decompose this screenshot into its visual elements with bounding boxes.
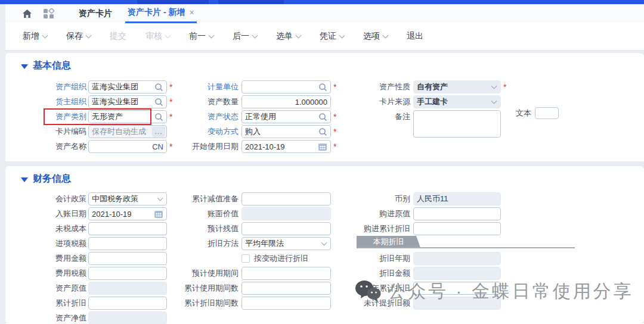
card-code-input[interactable]: 保存时自动生成 ... bbox=[88, 125, 167, 138]
entry-date-input[interactable]: 2021-10-19 bbox=[88, 207, 167, 220]
search-icon[interactable] bbox=[154, 98, 163, 107]
search-icon[interactable] bbox=[318, 113, 327, 122]
asset-status-input[interactable]: 正常使用 bbox=[242, 110, 331, 123]
calendar-icon[interactable] bbox=[154, 210, 163, 219]
asset-name-input[interactable]: CN bbox=[88, 140, 167, 153]
input-tax-label: 进项税额 bbox=[5, 237, 86, 250]
basic-info-header[interactable]: 基本信息 bbox=[21, 60, 71, 72]
asset-org-label: 资产组织 bbox=[5, 80, 86, 94]
card-source-row: 卡片来源 手工建卡 bbox=[345, 95, 501, 108]
depreciated-periods-input[interactable] bbox=[242, 297, 331, 310]
accounting-policy-select[interactable]: 中国税务政策 bbox=[88, 192, 167, 205]
undepreciated-amount-label: 未计提折旧额 bbox=[345, 297, 410, 310]
current-depreciation-tab[interactable]: 本期折旧 bbox=[357, 236, 420, 248]
expense-tax-input[interactable] bbox=[88, 267, 167, 280]
chevron-down-icon bbox=[491, 98, 497, 104]
chevron-down-icon bbox=[383, 32, 389, 38]
accum-depreciation-input[interactable] bbox=[88, 297, 167, 310]
purchase-accum-depr-label: 购进累计折旧 bbox=[345, 222, 410, 235]
change-mode-input[interactable]: 购入 bbox=[242, 125, 331, 138]
calendar-icon[interactable] bbox=[318, 142, 327, 151]
chevron-down-icon bbox=[321, 240, 327, 246]
expected-periods-input[interactable] bbox=[242, 267, 331, 280]
book-value-label: 账面价值 bbox=[172, 207, 239, 220]
next-button[interactable]: 后一 bbox=[233, 31, 257, 42]
owner-org-row: 货主组织 蓝海实业集团 * bbox=[5, 95, 172, 108]
ytd-depreciation-input[interactable] bbox=[413, 282, 501, 295]
start-use-date-input[interactable]: 2021-10-19 bbox=[242, 140, 331, 153]
used-periods-input[interactable] bbox=[242, 282, 331, 295]
collapse-triangle-icon bbox=[21, 177, 28, 182]
search-icon[interactable] bbox=[154, 113, 163, 122]
tab-asset-card[interactable]: 资产卡片 bbox=[79, 8, 112, 19]
depreciated-periods-label: 累计折旧期间数 bbox=[172, 297, 239, 310]
asset-nature-select[interactable]: 自有资产 bbox=[413, 80, 501, 94]
purchase-value-row: 购进原值 bbox=[345, 207, 501, 220]
search-icon[interactable] bbox=[318, 127, 327, 136]
depr-amount-input bbox=[413, 267, 501, 280]
owner-org-input[interactable]: 蓝海实业集团 bbox=[88, 95, 167, 108]
asset-category-input[interactable]: 无形资产 bbox=[88, 110, 167, 123]
net-value-input bbox=[88, 311, 167, 324]
finance-info-header[interactable]: 财务信息 bbox=[21, 173, 71, 185]
depreciation-method-select[interactable]: 平均年限法 bbox=[242, 237, 331, 250]
purchase-value-label: 购进原值 bbox=[345, 207, 410, 220]
text-field-label: 文本 bbox=[516, 107, 531, 120]
home-icon[interactable] bbox=[22, 9, 32, 18]
remark-label: 备注 bbox=[345, 110, 410, 123]
net-value-row: 资产净值 bbox=[5, 311, 167, 324]
asset-org-input[interactable]: 蓝海实业集团 bbox=[88, 80, 167, 94]
expense-amount-label: 费用金额 bbox=[5, 252, 86, 265]
card-code-row: 卡片编码 保存时自动生成 ... bbox=[5, 125, 167, 138]
save-button[interactable]: 保存 bbox=[66, 31, 91, 42]
chevron-down-icon bbox=[209, 32, 215, 38]
chevron-down-icon bbox=[86, 32, 92, 38]
search-icon[interactable] bbox=[154, 83, 163, 92]
asset-name-label: 资产名称 bbox=[5, 140, 86, 153]
depreciate-on-change-checkbox[interactable] bbox=[242, 254, 250, 263]
close-icon[interactable]: × bbox=[189, 8, 194, 17]
impairment-input[interactable] bbox=[242, 192, 331, 205]
chevron-down-icon bbox=[42, 32, 48, 38]
text-field-input[interactable] bbox=[535, 107, 559, 119]
residual-value-row: 预计残值 bbox=[172, 222, 331, 235]
change-mode-label: 变动方式 bbox=[172, 125, 239, 138]
depr-year-period-label: 折旧年期 bbox=[345, 252, 410, 265]
unit-input[interactable] bbox=[242, 80, 331, 94]
app-launcher-icon[interactable] bbox=[43, 8, 55, 19]
content-area: 基本信息 资产组织 蓝海实业集团 * 货主组织 蓝海实业集团 bbox=[5, 51, 644, 323]
input-tax-input[interactable] bbox=[88, 237, 167, 250]
book-value-row: 账面价值 bbox=[172, 207, 331, 220]
asset-qty-input[interactable]: 1.000000 bbox=[242, 95, 331, 108]
options-button[interactable]: 选项 bbox=[363, 31, 388, 42]
new-button[interactable]: 新增 bbox=[23, 31, 47, 42]
asset-qty-row: 资产数量 1.000000 bbox=[172, 95, 331, 108]
purchase-value-input[interactable] bbox=[413, 207, 501, 220]
top-strip-segment bbox=[137, 0, 209, 4]
ellipsis-button[interactable]: ... bbox=[152, 126, 165, 137]
expense-amount-input[interactable] bbox=[88, 252, 167, 265]
previous-button[interactable]: 前一 bbox=[189, 31, 213, 42]
depreciation-method-row: 折旧方法 平均年限法 bbox=[172, 237, 331, 250]
exit-button[interactable]: 退出 bbox=[407, 31, 423, 42]
residual-value-input[interactable] bbox=[242, 222, 331, 235]
left-gutter bbox=[0, 4, 5, 324]
tab-asset-card-new[interactable]: 资产卡片 - 新增 × bbox=[125, 7, 197, 23]
depr-amount-label: 折旧金额 bbox=[345, 267, 410, 280]
purchase-accum-depr-row: 购进累计折旧 bbox=[345, 222, 501, 235]
asset-nature-row: 资产性质 自有资产 * bbox=[345, 80, 506, 94]
finance-info-panel: 财务信息 会计政策 中国税务政策 入账日期 2021-10-19 bbox=[5, 166, 644, 323]
select-bill-button[interactable]: 选单 bbox=[276, 31, 301, 42]
pretax-cost-input[interactable] bbox=[88, 222, 167, 235]
card-source-select[interactable]: 手工建卡 bbox=[413, 95, 501, 108]
depr-amount-row: 折旧金额 bbox=[345, 267, 501, 280]
subtab-underline bbox=[357, 247, 575, 248]
card-code-label: 卡片编码 bbox=[5, 125, 86, 138]
collapse-triangle-icon bbox=[21, 64, 28, 69]
asset-name-row: 资产名称 CN * bbox=[5, 140, 172, 153]
search-icon[interactable] bbox=[318, 83, 327, 92]
asset-category-label: 资产类别 bbox=[5, 110, 86, 123]
voucher-button[interactable]: 凭证 bbox=[320, 31, 344, 42]
remark-textarea[interactable] bbox=[413, 110, 501, 138]
purchase-accum-depr-input[interactable] bbox=[413, 222, 501, 235]
